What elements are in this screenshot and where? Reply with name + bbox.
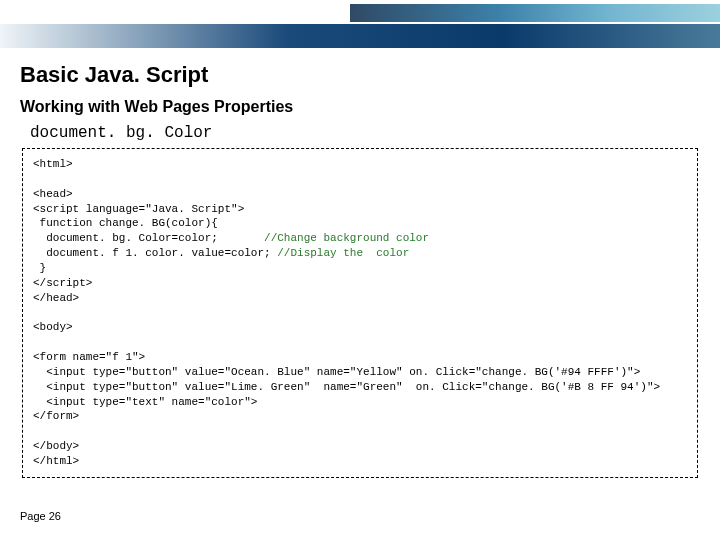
code-line: } xyxy=(33,262,46,274)
slide-title: Basic Java. Script xyxy=(20,62,700,88)
code-line: <html> xyxy=(33,158,73,170)
code-line: </script> xyxy=(33,277,92,289)
code-line: </html> xyxy=(33,455,79,467)
page-number: Page 26 xyxy=(20,510,61,522)
code-line: <form name="f 1"> xyxy=(33,351,145,363)
code-line: <script language="Java. Script"> xyxy=(33,203,244,215)
code-line: <body> xyxy=(33,321,73,333)
code-line: <input type="button" value="Ocean. Blue"… xyxy=(33,366,640,378)
code-comment: //Change background color xyxy=(264,232,429,244)
code-line: function change. BG(color){ xyxy=(33,217,218,229)
code-line: <input type="button" value="Lime. Green"… xyxy=(33,381,660,393)
code-line: </body> xyxy=(33,440,79,452)
code-line: document. f 1. color. value=color; xyxy=(33,247,277,259)
code-line: </form> xyxy=(33,410,79,422)
code-line: <input type="text" name="color"> xyxy=(33,396,257,408)
slide-banner xyxy=(0,0,720,56)
code-line: </head> xyxy=(33,292,79,304)
code-line: <head> xyxy=(33,188,73,200)
banner-stripe-bottom xyxy=(0,24,720,48)
code-line: document. bg. Color=color; xyxy=(33,232,264,244)
slide-content: Basic Java. Script Working with Web Page… xyxy=(0,56,720,478)
slide-subtitle: Working with Web Pages Properties xyxy=(20,98,700,116)
banner-stripe-top xyxy=(350,4,720,22)
code-comment: //Display the color xyxy=(277,247,409,259)
code-block: <html> <head> <script language="Java. Sc… xyxy=(22,148,698,478)
property-name: document. bg. Color xyxy=(30,124,700,142)
